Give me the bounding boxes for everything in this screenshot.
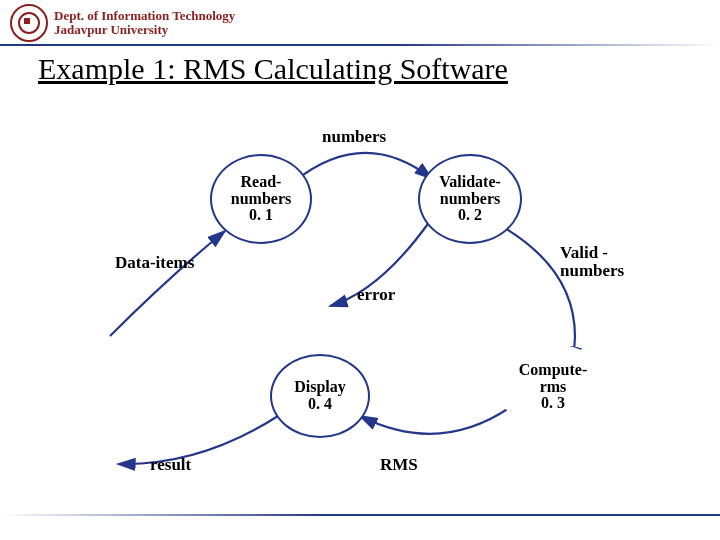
node-validate-numbers: Validate- numbers 0. 2: [418, 154, 522, 244]
dept-line2: Jadavpur University: [54, 23, 235, 37]
label-data-items: Data-items: [115, 254, 194, 272]
diagram-canvas: numbers Data-items error Valid - numbers…: [0, 86, 720, 506]
label-result: result: [150, 456, 191, 474]
label-error: error: [357, 286, 395, 304]
dept-line1: Dept. of Information Technology: [54, 9, 235, 23]
footer-rule: [0, 514, 720, 516]
label-numbers: numbers: [322, 128, 386, 146]
dept-block: Dept. of Information Technology Jadavpur…: [54, 9, 235, 36]
node-read-numbers: Read- numbers 0. 1: [210, 154, 312, 244]
node-display: Display 0. 4: [270, 354, 370, 438]
header-rule: [0, 44, 720, 46]
label-rms: RMS: [380, 456, 418, 474]
label-valid-numbers: Valid - numbers: [560, 244, 624, 280]
university-logo: [10, 4, 48, 42]
node-compute-rms: Compute- rms 0. 3: [498, 344, 608, 430]
slide-title: Example 1: RMS Calculating Software: [38, 52, 720, 86]
header: Dept. of Information Technology Jadavpur…: [0, 0, 720, 42]
